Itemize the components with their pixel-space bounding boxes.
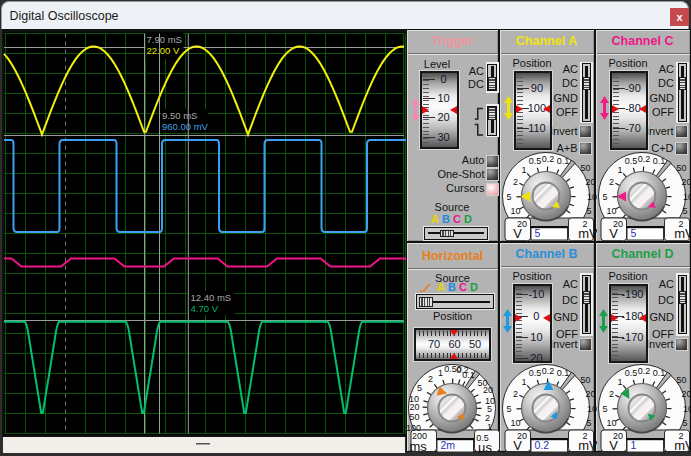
svg-text:20: 20 (681, 388, 691, 398)
svg-text:0.1: 0.1 (462, 369, 475, 379)
svg-text:7.90 mS: 7.90 mS (147, 34, 182, 45)
svg-text:V: V (609, 437, 618, 452)
svg-text:0.1: 0.1 (557, 367, 570, 377)
svg-text:0.5: 0.5 (625, 155, 638, 165)
svg-text:0.5: 0.5 (529, 367, 542, 377)
svg-text:1: 1 (631, 439, 637, 451)
svg-text:0.1: 0.1 (653, 367, 666, 377)
svg-text:0.2: 0.2 (535, 439, 550, 451)
svg-text:0.1: 0.1 (653, 155, 666, 165)
svg-text:V: V (513, 437, 522, 452)
svg-text:10: 10 (606, 206, 616, 216)
svg-text:5: 5 (416, 382, 421, 392)
svg-text:5: 5 (535, 227, 541, 239)
svg-text:1: 1 (617, 164, 622, 174)
svg-text:0.5: 0.5 (529, 155, 542, 165)
svg-text:10: 10 (510, 206, 520, 216)
svg-text:10: 10 (510, 418, 520, 428)
svg-text:50: 50 (409, 412, 419, 422)
svg-text:50: 50 (676, 374, 686, 384)
svg-text:1: 1 (521, 164, 526, 174)
svg-text:20: 20 (681, 176, 691, 186)
svg-text:5: 5 (602, 192, 607, 202)
svg-text:5: 5 (682, 206, 687, 216)
svg-text:5: 5 (602, 404, 607, 414)
svg-text:2: 2 (513, 388, 518, 398)
svg-text:960.00 mV: 960.00 mV (162, 121, 209, 132)
svg-text:0.2: 0.2 (638, 153, 651, 163)
svg-text:10: 10 (683, 192, 691, 202)
svg-text:5: 5 (586, 206, 591, 216)
svg-text:2: 2 (609, 388, 614, 398)
svg-text:0.2: 0.2 (542, 365, 555, 375)
svg-text:mV: mV (674, 225, 691, 240)
svg-text:50: 50 (580, 162, 590, 172)
svg-text:10: 10 (606, 418, 616, 428)
svg-text:12.40 mS: 12.40 mS (191, 292, 232, 303)
svg-text:20: 20 (409, 402, 419, 412)
svg-text:4.70 V: 4.70 V (191, 303, 219, 314)
svg-text:ms: ms (409, 438, 427, 453)
svg-text:µs: µs (478, 439, 492, 453)
svg-text:50: 50 (580, 374, 590, 384)
svg-text:mV: mV (674, 437, 691, 452)
svg-text:1: 1 (486, 421, 491, 431)
svg-text:V: V (513, 225, 522, 240)
svg-text:2m: 2m (440, 439, 455, 451)
svg-text:0.2: 0.2 (542, 153, 555, 163)
svg-text:0.1: 0.1 (557, 155, 570, 165)
svg-text:2: 2 (427, 374, 432, 384)
svg-text:1: 1 (437, 367, 442, 377)
svg-text:50: 50 (676, 162, 686, 172)
svg-text:20: 20 (482, 385, 492, 395)
svg-text:V: V (609, 225, 618, 240)
svg-text:22.00 V: 22.00 V (147, 45, 180, 56)
svg-text:5: 5 (506, 192, 511, 202)
svg-text:5: 5 (506, 404, 511, 414)
svg-text:10: 10 (683, 404, 691, 414)
svg-text:5: 5 (682, 418, 687, 428)
svg-text:5: 5 (586, 418, 591, 428)
svg-text:2: 2 (609, 176, 614, 186)
svg-text:0.2: 0.2 (638, 365, 651, 375)
svg-text:0.5: 0.5 (625, 367, 638, 377)
svg-text:9.50 mS: 9.50 mS (162, 110, 197, 121)
svg-text:1: 1 (617, 376, 622, 386)
svg-text:5: 5 (631, 227, 637, 239)
svg-text:1: 1 (521, 376, 526, 386)
svg-text:2: 2 (513, 176, 518, 186)
